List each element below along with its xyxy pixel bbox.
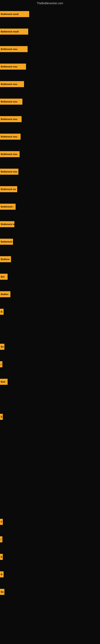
bottleneck-bar-17: Bottlen xyxy=(0,291,10,297)
bottleneck-bar-15: Bottlene xyxy=(0,256,11,262)
bottleneck-label-7: Bottleneck resu xyxy=(1,118,17,120)
bottleneck-bar-14: Bottleneck r xyxy=(0,239,13,245)
bottleneck-label-4: Bottleneck resu xyxy=(1,66,17,68)
bottleneck-label-5: Bottleneck resu xyxy=(1,83,17,85)
bottleneck-label-1: Bottleneck result xyxy=(1,13,19,15)
bottleneck-label-13: Bottleneck re xyxy=(1,223,14,226)
bottleneck-label-14: Bottleneck r xyxy=(1,240,13,243)
bottleneck-label-21: Bott xyxy=(1,380,5,383)
bottleneck-bar-4: Bottleneck resu xyxy=(0,64,26,70)
bottleneck-bar-13: Bottleneck re xyxy=(0,221,14,227)
bottleneck-label-20: | xyxy=(1,363,1,366)
bottleneck-label-10: Bottleneck resu xyxy=(1,170,17,173)
bottleneck-bar-12: Bottleneck r xyxy=(0,204,16,210)
bottleneck-label-24: | xyxy=(1,538,1,540)
bottleneck-bar-3: Bottleneck resu xyxy=(0,46,28,52)
bottleneck-bar-7: Bottleneck resu xyxy=(0,116,22,122)
bottleneck-label-3: Bottleneck resu xyxy=(1,48,17,50)
bottleneck-bar-26: B xyxy=(0,571,3,578)
bottleneck-label-19: Bo xyxy=(1,346,4,348)
bottleneck-bar-23: F xyxy=(0,519,3,525)
bottleneck-label-27: Bo xyxy=(1,591,4,593)
bottleneck-bar-6: Bottleneck resu xyxy=(0,98,22,105)
bottleneck-label-9: Bottleneck resu xyxy=(1,153,17,155)
bottleneck-label-11: Bottleneck res xyxy=(1,188,16,190)
bottleneck-bar-22: E xyxy=(0,414,3,420)
bottleneck-bar-5: Bottleneck resu xyxy=(0,81,24,87)
bottleneck-bar-16: Bot xyxy=(0,274,8,280)
bottleneck-label-26: B xyxy=(1,573,2,576)
bottleneck-bar-8: Bottleneck resu xyxy=(0,134,21,140)
bottleneck-bar-25: E xyxy=(0,554,3,560)
bottleneck-label-25: E xyxy=(1,556,2,558)
bottleneck-label-23: F xyxy=(1,521,2,523)
bottleneck-label-15: Bottlene xyxy=(1,258,10,260)
bottleneck-label-22: E xyxy=(1,416,2,418)
bottleneck-bar-10: Bottleneck resu xyxy=(0,169,18,175)
bottleneck-label-18: B xyxy=(1,310,2,313)
bottleneck-bar-19: Bo xyxy=(0,344,4,350)
bottleneck-label-17: Bottlen xyxy=(1,293,8,296)
bottleneck-bar-24: | xyxy=(0,536,2,542)
bottleneck-label-6: Bottleneck resu xyxy=(1,100,17,103)
bottleneck-bar-27: Bo xyxy=(0,589,4,595)
bottleneck-bar-18: B xyxy=(0,309,3,315)
bottleneck-bar-21: Bott xyxy=(0,379,8,385)
bottleneck-bar-9: Bottleneck resu xyxy=(0,151,20,157)
bottleneck-label-2: Bottleneck result xyxy=(1,30,19,33)
bottleneck-label-16: Bot xyxy=(1,276,4,278)
bottleneck-label-12: Bottleneck r xyxy=(1,206,14,208)
bottleneck-bar-2: Bottleneck result xyxy=(0,28,28,34)
bottleneck-bar-20: | xyxy=(0,361,2,367)
bottleneck-bar-1: Bottleneck result xyxy=(0,11,29,17)
bottleneck-label-8: Bottleneck resu xyxy=(1,136,17,138)
site-title: TheBottlenecker.com xyxy=(0,0,100,6)
bottleneck-bar-11: Bottleneck res xyxy=(0,186,17,192)
